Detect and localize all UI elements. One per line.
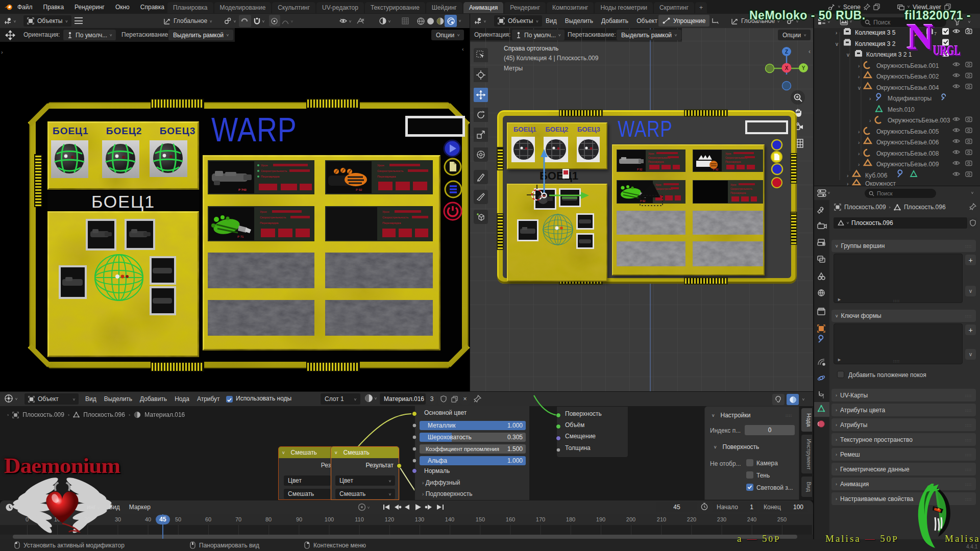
svg-text:ОкружностьБезье.006: ОкружностьБезье.006: [876, 139, 939, 146]
svg-text:Окружност: Окружност: [865, 180, 896, 186]
svg-text:Куб.006: Куб.006: [865, 172, 888, 179]
svg-text:›: ›: [858, 63, 860, 69]
svg-text:Mesh.010: Mesh.010: [888, 106, 915, 113]
svg-text:v: v: [858, 85, 861, 91]
svg-text:›: ›: [858, 140, 860, 145]
svg-text:ОкружностьБезье.005: ОкружностьБезье.005: [876, 128, 939, 135]
svg-text:7: 7: [934, 31, 937, 36]
svg-text:Коллекция 3 2 1: Коллекция 3 2 1: [866, 51, 912, 58]
svg-text:›: ›: [858, 162, 860, 167]
svg-text:Коллекция 3 2: Коллекция 3 2: [855, 40, 896, 47]
svg-text:ОкружностьБезье.001: ОкружностьБезье.001: [876, 62, 939, 69]
svg-text:Z: Z: [785, 49, 788, 55]
svg-text:›: ›: [847, 181, 848, 186]
svg-text:ОкружностьБезье.004: ОкружностьБезье.004: [876, 84, 939, 91]
svg-text:›: ›: [858, 129, 860, 135]
svg-text:ОкружностьБезье.002: ОкружностьБезье.002: [876, 73, 939, 80]
svg-text:v: v: [847, 52, 849, 58]
svg-text:›: ›: [869, 96, 871, 102]
svg-text:X: X: [785, 65, 789, 71]
svg-text:ОкружностьБезье.009: ОкружностьБезье.009: [876, 161, 939, 168]
svg-text:›: ›: [836, 30, 837, 36]
svg-text:Коллекция 3 5: Коллекция 3 5: [855, 29, 896, 36]
svg-text:v: v: [836, 41, 838, 47]
svg-text:ОкружностьБезье.008: ОкружностьБезье.008: [876, 150, 939, 157]
svg-text:›: ›: [858, 151, 860, 157]
svg-text:›: ›: [858, 74, 860, 80]
svg-text:ОкружностьБезье.003: ОкружностьБезье.003: [888, 117, 950, 124]
svg-text:›: ›: [869, 118, 871, 123]
svg-text:Модификаторы: Модификаторы: [888, 95, 932, 102]
svg-text:Y: Y: [802, 65, 805, 71]
svg-text:›: ›: [847, 173, 848, 179]
